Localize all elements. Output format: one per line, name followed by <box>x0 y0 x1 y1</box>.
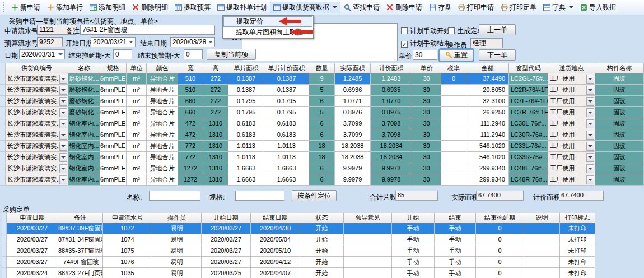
cell-spec[interactable]: 6mmPLE... <box>100 96 127 107</box>
cell-supplier[interactable]: 长沙市潇湘玻璃实... <box>6 107 68 118</box>
cell-actual-area[interactable]: 3.7099 <box>335 129 371 141</box>
column-header-spec[interactable]: 规格 <box>100 63 127 73</box>
cell-priced-area[interactable]: 0.8975 <box>371 107 412 118</box>
table-row[interactable]: 2020/03/2788#35-37F窗固玻1075易明2020/03/2720… <box>2 245 595 257</box>
dropdown-button[interactable] <box>59 75 67 84</box>
cell-operator[interactable]: 易明 <box>152 234 202 245</box>
cell-name[interactable]: 磨砂钢化... <box>68 73 100 85</box>
cell-priced-area[interactable]: 9.9978 <box>371 174 412 186</box>
table-row[interactable]: 2020/03/2488#23-27F门页玻1035易明2020/03/2520… <box>2 268 595 278</box>
cell-end-date[interactable]: 2020/05/04 <box>251 234 300 245</box>
cell-end-date[interactable]: 2020/04/12 <box>251 257 300 268</box>
print-order-button[interactable]: 打印定单 <box>497 2 540 13</box>
cell-print-flag[interactable]: 未打印 <box>560 257 595 268</box>
table-row[interactable]: 长沙市潇湘玻璃实...磨砂钢化...6mmPLE...m²异地合片5102720… <box>0 85 644 96</box>
cell-window-code[interactable]: LC48L-76#... <box>509 163 548 174</box>
cell-color[interactable]: 异地合片 <box>147 107 178 118</box>
table-row[interactable]: 长沙市潇湘玻璃实...钢化室内...6mmPLE...m²异地合片1272131… <box>0 174 644 186</box>
cell-end-delay[interactable]: 0 <box>476 257 524 268</box>
previous-order-button[interactable]: 上一单 <box>479 24 516 35</box>
cell-amount[interactable]: 26.9250 <box>466 107 509 118</box>
cell-delivery-place[interactable]: 工厂使用 <box>548 96 595 107</box>
cell-amount[interactable]: 546.1020 <box>466 141 509 152</box>
cell-quantity[interactable]: 6 <box>309 118 335 129</box>
cell-end-mode[interactable]: 手动 <box>435 268 476 278</box>
cell-piece-priced-area[interactable]: 0.1387 <box>264 73 309 85</box>
cell-component-name[interactable]: 固玻 <box>595 107 644 118</box>
cell-end-date[interactable]: 2020/04/07 <box>251 268 300 278</box>
cell-operator[interactable]: 易明 <box>152 268 202 278</box>
cell-amount[interactable]: 299.9340 <box>466 163 509 174</box>
cell-end-delay[interactable]: 0 <box>476 268 524 278</box>
cell-priced-area[interactable]: 1.2483 <box>371 73 412 85</box>
cell-actual-area[interactable]: 1.2485 <box>335 73 371 85</box>
dropdown-button[interactable] <box>586 108 594 117</box>
cell-window-code[interactable]: LC7R-76#-1F0 <box>509 107 548 118</box>
column-header-print-flag[interactable]: 打印标志 <box>560 213 595 223</box>
cell-quantity[interactable]: 9 <box>309 73 335 85</box>
cell-spec[interactable]: 6mmPLE... <box>100 129 127 141</box>
cell-height[interactable]: 1310 <box>203 129 228 141</box>
cell-end-mode[interactable]: 手动 <box>435 223 476 234</box>
column-header-unit-price[interactable]: 单价 <box>412 63 441 73</box>
cell-height[interactable]: 1310 <box>203 118 228 129</box>
plan-manual-start-checkbox[interactable]: 计划手动开始 <box>401 26 450 36</box>
cell-amount[interactable]: 111.2940 <box>466 129 509 141</box>
cell-start-mode[interactable]: 手动 <box>392 223 435 234</box>
cell-component-name[interactable]: 固玻 <box>595 163 644 174</box>
cell-priced-area[interactable]: 1.0770 <box>371 96 412 107</box>
row-selector[interactable] <box>0 107 6 118</box>
column-header-component-name[interactable]: 构件名称 <box>595 63 644 73</box>
cell-height[interactable]: 1310 <box>203 174 228 186</box>
end-warning-input[interactable] <box>184 49 203 59</box>
dropdown-button[interactable] <box>586 119 594 128</box>
cell-piece-area[interactable]: 0.1387 <box>228 85 264 96</box>
cell-delivery-place[interactable]: 工厂使用 <box>548 152 595 163</box>
dropdown-button[interactable] <box>59 153 67 162</box>
column-header-remark[interactable]: 备注 <box>58 213 103 223</box>
cell-supplier[interactable]: 长沙市潇湘玻璃实... <box>6 85 68 96</box>
cell-delivery-place[interactable]: 工厂使用 <box>548 107 595 118</box>
column-header-request-serial[interactable]: 申请流水号 <box>103 213 152 223</box>
cell-leader-opinion[interactable] <box>344 257 392 268</box>
cell-window-code[interactable]: LC48R-76#... <box>509 174 548 186</box>
table-row[interactable]: 2020/03/2774#9F窗固玻1076易明2020/03/272020/0… <box>2 257 595 268</box>
column-header-piece-area[interactable]: 单片面积 <box>228 63 264 73</box>
cell-note[interactable] <box>524 268 560 278</box>
dropdown-button[interactable] <box>586 131 594 140</box>
cell-status[interactable]: 开始 <box>300 234 344 245</box>
cell-unit[interactable]: m² <box>127 141 147 152</box>
cell-spec[interactable]: 6mmPLE... <box>100 73 127 85</box>
cell-remark[interactable]: 74#9F窗固玻 <box>58 257 103 268</box>
cell-delivery-place[interactable]: 工厂使用 <box>548 174 595 186</box>
column-header-note[interactable]: 说明 <box>524 213 560 223</box>
cell-unit[interactable]: m² <box>127 96 147 107</box>
column-header-start-mode[interactable]: 开始 <box>392 213 435 223</box>
cell-piece-priced-area[interactable]: 0.6183 <box>264 118 309 129</box>
cell-actual-area[interactable]: 9.9979 <box>335 163 371 174</box>
cell-leader-opinion[interactable] <box>344 223 392 234</box>
column-header-request-date[interactable]: 申请日期 <box>7 213 58 223</box>
cell-component-name[interactable]: 固玻 <box>595 118 644 129</box>
dropdown-button[interactable] <box>59 86 67 95</box>
cell-tax-rate[interactable] <box>441 118 466 129</box>
cell-unit-price[interactable]: 30 <box>412 118 441 129</box>
cell-leader-opinion[interactable] <box>344 245 392 257</box>
cell-piece-area[interactable]: 1.6663 <box>228 174 264 186</box>
cell-amount[interactable]: 111.2940 <box>466 118 509 129</box>
cell-request-date[interactable]: 2020/03/27 <box>7 257 58 268</box>
cell-quantity[interactable]: 18 <box>309 141 335 152</box>
cell-request-date[interactable]: 2020/03/24 <box>7 268 58 278</box>
delete-detail-button[interactable]: 删除明细 <box>129 2 171 13</box>
chevron-down-icon[interactable] <box>208 41 213 43</box>
cell-spec[interactable]: 6mmPLE... <box>100 141 127 152</box>
dictionary-button[interactable]: 字典 <box>540 2 577 13</box>
cell-delivery-place[interactable]: 工厂使用 <box>548 85 595 96</box>
cell-width[interactable]: 1272 <box>178 163 203 174</box>
checkbox-unchecked-icon[interactable] <box>448 27 455 34</box>
cell-width[interactable]: 472 <box>178 129 203 141</box>
column-header-actual-area[interactable]: 实际面积 <box>335 63 371 73</box>
cell-supplier[interactable]: 长沙市潇湘玻璃实... <box>6 118 68 129</box>
cell-name[interactable]: 钢化室内... <box>68 129 100 141</box>
row-selector[interactable] <box>2 234 7 245</box>
